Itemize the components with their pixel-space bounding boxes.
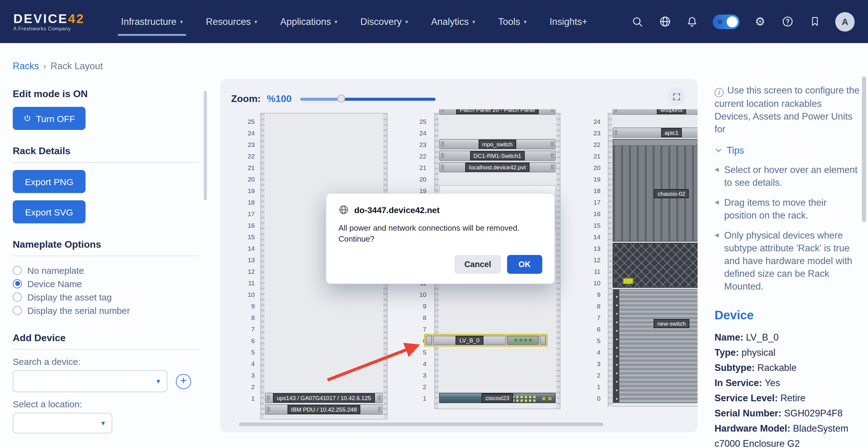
nameplate-options: No nameplateDevice NameDisplay the asset… <box>13 264 198 317</box>
search-device-label: Search a device: <box>13 356 198 367</box>
rack-unit-number: 1 <box>243 393 255 404</box>
dialog-site: do-3447.device42.net <box>354 205 440 215</box>
device-stub <box>426 336 432 345</box>
nav-item-tools[interactable]: Tools▾ <box>498 12 527 31</box>
rack-unit-number: 1 <box>414 393 426 404</box>
ok-button[interactable]: OK <box>507 255 542 274</box>
sidebar-scrollbar[interactable] <box>204 91 207 200</box>
rack-3-body: testportsapic1chassis-02new-switch <box>608 113 698 407</box>
rack-device-ciscoxl23[interactable]: ciscoxl23 <box>439 393 556 403</box>
rack-unit-number: 21 <box>243 162 255 174</box>
gear-icon[interactable]: ⚙ <box>753 15 767 28</box>
fullscreen-button[interactable] <box>667 87 685 106</box>
device-label: Patch Panel 20 - Patch Panel <box>456 109 539 114</box>
device-label: new-switch <box>654 319 689 328</box>
rack-device-lv-b-0[interactable]: LV_B_0 <box>424 334 548 347</box>
confirm-dialog: do-3447.device42.net All power and netwo… <box>326 193 555 284</box>
nameplate-option-device-name[interactable]: Device Name <box>13 277 198 290</box>
rack-unit-number: 19 <box>243 185 255 197</box>
theme-toggle[interactable] <box>713 14 739 29</box>
port-dot <box>524 339 527 342</box>
rack-device-new-switch[interactable]: new-switch <box>613 289 698 403</box>
rack-unit-number: 21 <box>588 151 600 162</box>
port-dot <box>524 399 527 401</box>
turn-off-button[interactable]: Turn OFF <box>13 107 86 130</box>
globe-icon[interactable] <box>658 15 672 28</box>
nameplate-option-no-nameplate[interactable]: No nameplate <box>13 264 198 277</box>
rack-unit-number: 3 <box>243 370 255 381</box>
rack-unit-number: 2 <box>588 370 600 381</box>
rack-unit-number: 17 <box>588 197 600 208</box>
page-scrollbar[interactable] <box>862 77 866 222</box>
dialog-header: do-3447.device42.net <box>338 205 542 215</box>
tip-item: ◀Drag items to move their position on th… <box>715 196 860 221</box>
rack-unit-number: 24 <box>414 127 426 139</box>
nav-item-applications[interactable]: Applications▾ <box>280 12 337 31</box>
rack-unit-number: 1 <box>588 381 600 393</box>
triangle-left-icon: ◀ <box>715 166 719 188</box>
rack-device-patch-panel-20-patch-panel[interactable]: Patch Panel 20 - Patch Panel <box>439 109 556 115</box>
rack-device-apic1[interactable]: apic1 <box>613 127 698 138</box>
port-dot <box>529 339 532 342</box>
canvas-horizontal-scrollbar[interactable] <box>239 422 603 426</box>
rack-device-fan[interactable] <box>613 243 698 288</box>
nav-item-insights[interactable]: Insights+ <box>550 12 587 31</box>
logo-42: 42 <box>68 11 85 25</box>
rack-unit-number: 13 <box>588 243 600 255</box>
add-device-plus-button[interactable]: + <box>176 374 191 389</box>
nav-item-infrastructure[interactable]: Infrastructure▾ <box>121 12 183 31</box>
rack-device-dc1-rm1-switch1[interactable]: DC1-RM1-Switch1 <box>439 151 556 161</box>
rack-unit-number: 5 <box>243 347 255 358</box>
export-png-button[interactable]: Export PNG <box>13 170 86 193</box>
zoom-value: %100 <box>267 93 292 104</box>
rack-device-chassis-02[interactable]: chassis-02 <box>613 139 698 242</box>
rack-device-ups143-ga07g41017-10-42-6-125[interactable]: ups143 / GA07G41017 / 10.42.6.125 <box>265 393 383 403</box>
device-field-in-service: In Service: Yes <box>715 375 860 390</box>
rack-device-mpo-switch[interactable]: mpo_switch <box>439 139 556 149</box>
cancel-button[interactable]: Cancel <box>455 255 501 274</box>
dialog-message-line1: All power and network connections will b… <box>338 223 542 234</box>
rack-device-ibm-pdu-10-42-255-248[interactable]: IBM PDU / 10.42.255.248 <box>265 404 383 415</box>
chevron-down-icon: ▾ <box>101 419 105 427</box>
top-navbar: DEVICE42 A Freshworks Company Infrastruc… <box>0 0 868 43</box>
device-field-label: Name: <box>715 332 746 342</box>
chevron-down-icon: ▾ <box>472 19 475 25</box>
zoom-slider[interactable] <box>300 97 436 100</box>
device-search-select[interactable]: ▾ <box>13 370 167 392</box>
avatar[interactable]: A <box>835 12 855 31</box>
tips-toggle[interactable]: Tips <box>715 145 860 156</box>
dialog-message: All power and network connections will b… <box>338 223 542 245</box>
export-svg-button[interactable]: Export SVG <box>13 200 86 223</box>
zoom-slider-handle[interactable] <box>337 95 345 102</box>
nameplate-option-display-the-serial-number[interactable]: Display the serial number <box>13 303 198 317</box>
rack-unit-number: 18 <box>588 185 600 197</box>
bookmark-icon[interactable] <box>808 15 821 28</box>
search-icon[interactable] <box>631 15 644 28</box>
location-select[interactable]: ▾ <box>13 413 112 434</box>
radio-label: No nameplate <box>27 265 84 275</box>
nav-item-discovery[interactable]: Discovery▾ <box>360 12 408 31</box>
bell-icon[interactable] <box>685 15 699 28</box>
help-icon[interactable] <box>781 15 794 28</box>
breadcrumb-racks-link[interactable]: Racks <box>13 61 39 71</box>
nameplate-option-display-the-asset-tag[interactable]: Display the asset tag <box>13 290 198 303</box>
triangle-left-icon: ◀ <box>715 198 719 221</box>
rack-unit-number: 23 <box>588 127 600 139</box>
search-device-row: ▾ + <box>13 370 198 392</box>
tip-text: Select or hover over an element to see d… <box>724 163 860 188</box>
device42-logo[interactable]: DEVICE42 A Freshworks Company <box>13 12 85 31</box>
port-dot <box>516 399 518 401</box>
port-dot <box>524 395 527 398</box>
port-dot <box>520 399 523 401</box>
rack-device-testports[interactable]: testports <box>613 109 698 115</box>
rack-unit-number: 20 <box>588 162 600 174</box>
radio-icon <box>13 279 22 288</box>
device-field-label: In Service: <box>715 378 765 388</box>
device-label: ups143 / GA07G41017 / 10.42.6.125 <box>273 393 375 402</box>
rack-unit-number: 14 <box>243 243 255 255</box>
port-dot <box>529 399 531 401</box>
rack-details-title: Rack Details <box>13 146 198 157</box>
nav-item-analytics[interactable]: Analytics▾ <box>431 12 475 31</box>
nav-item-resources[interactable]: Resources▾ <box>206 12 257 31</box>
rack-device-localhost-device42-pvt[interactable]: localhost.device42.pvt <box>439 162 556 172</box>
